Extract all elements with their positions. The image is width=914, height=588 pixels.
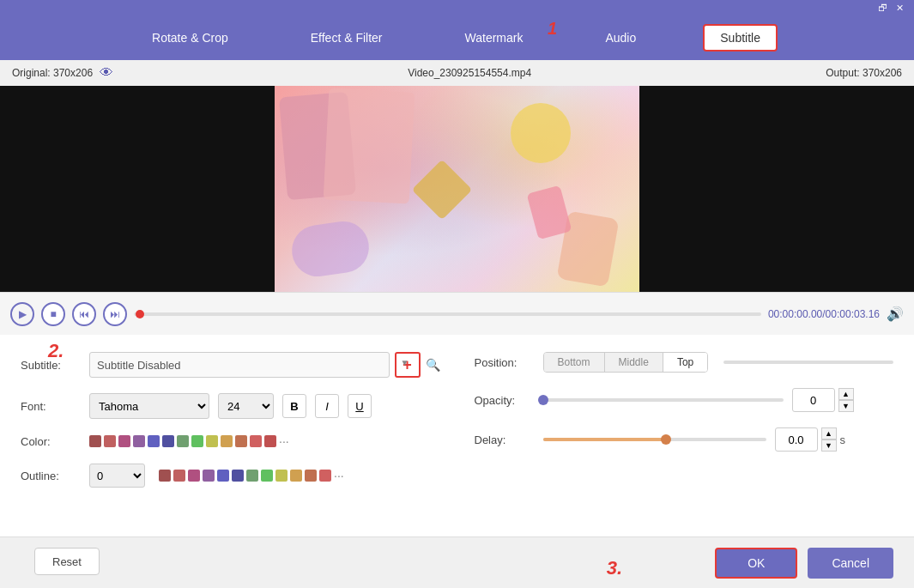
time-display: 00:00:00.00/00:00:03.16 [768,308,880,320]
font-select[interactable]: Tahoma [89,393,209,419]
color-swatch-3[interactable] [118,435,130,447]
color-swatch-9[interactable] [206,435,218,447]
position-group: Bottom Middle Top [543,352,709,373]
step2-badge: 2. [48,340,64,362]
outline-swatch-9[interactable] [275,470,288,482]
color-swatch-8[interactable] [191,435,203,447]
progress-track[interactable] [134,312,761,316]
bold-button[interactable]: B [282,394,306,418]
outline-select[interactable]: 0 [89,464,145,488]
outline-swatch-11[interactable] [305,470,317,482]
outline-swatch-3[interactable] [188,470,200,482]
underline-button[interactable]: U [348,394,372,418]
outline-swatch-12[interactable] [319,470,331,482]
video-info-bar: Original: 370x206 👁 Video_230925154554.m… [0,60,914,86]
tab-audio[interactable]: Audio [590,26,651,50]
delay-label: Delay: [475,433,535,446]
reset-button[interactable]: Reset [34,548,100,575]
opacity-thumb [538,395,548,405]
color-label: Color: [21,435,81,448]
delay-input[interactable] [775,427,818,452]
outline-row: Outline: 0 ··· [21,464,440,488]
color-swatch-6[interactable] [162,435,174,447]
outline-swatch-2[interactable] [173,470,185,482]
outline-swatch-4[interactable] [203,470,215,482]
color-swatch-2[interactable] [104,435,116,447]
outline-label: Outline: [21,470,81,482]
size-select[interactable]: 24 [218,393,274,419]
video-filename: Video_230925154554.mp4 [408,67,531,79]
delay-row: Delay: ▲ ▼ s [475,427,894,452]
position-top[interactable]: Top [663,353,707,372]
delay-down[interactable]: ▼ [821,439,837,452]
playback-bar: ▶ ■ ⏮ ⏭ 00:00:00.00/00:00:03.16 🔊 [0,292,914,335]
video-preview [0,86,914,292]
opacity-row: Opacity: ▲ ▼ [475,388,894,412]
cancel-button[interactable]: Cancel [808,548,893,579]
delay-unit: s [840,433,846,446]
nav-tabs: Rotate & Crop Effect & Filter Watermark … [0,15,914,60]
stop-button[interactable]: ■ [41,302,65,326]
delay-thumb [661,434,671,445]
opacity-up[interactable]: ▲ [838,388,854,400]
outline-swatch-10[interactable] [290,470,302,482]
close-button[interactable]: ✕ [892,0,907,15]
color-swatch-12[interactable] [250,435,262,447]
delay-input-wrap: ▲ ▼ s [775,427,846,452]
restore-button[interactable]: 🗗 [875,0,890,15]
outline-swatch-6[interactable] [232,470,244,482]
italic-button[interactable]: I [315,394,339,418]
delay-slider[interactable] [543,438,766,441]
controls-panel: Subtitle: 2. ▼ + 🔍 Font: Tahoma 24 B I U [0,335,914,536]
outline-swatch-7[interactable] [246,470,258,482]
opacity-input[interactable] [792,388,835,412]
color-swatch-5[interactable] [148,435,160,447]
color-swatch-1[interactable] [89,435,101,447]
play-button[interactable]: ▶ [10,302,34,326]
tab-effect-filter[interactable]: Effect & Filter [295,26,398,50]
prev-button[interactable]: ⏮ [72,302,96,326]
tab-rotate-crop[interactable]: Rotate & Crop [136,26,244,50]
search-subtitle-button[interactable]: 🔍 [426,358,440,372]
progress-indicator [136,310,144,318]
delay-fill [543,438,666,441]
delay-spinner: ▲ ▼ [821,427,837,452]
outline-swatch-5[interactable] [217,470,229,482]
opacity-slider[interactable] [543,398,784,402]
tab-subtitle[interactable]: Subtitle [703,24,778,52]
position-middle[interactable]: Middle [605,353,663,372]
font-row: Font: Tahoma 24 B I U [21,393,440,419]
outline-swatch-8[interactable] [261,470,273,482]
original-size-label: Original: 370x206 [12,67,93,79]
outline-more-button[interactable]: ··· [334,469,344,482]
left-panel: Subtitle: 2. ▼ + 🔍 Font: Tahoma 24 B I U [21,352,440,528]
ok-button[interactable]: OK [715,548,797,579]
color-swatch-11[interactable] [235,435,247,447]
video-content [275,86,639,292]
subtitle-row: Subtitle: 2. ▼ + 🔍 [21,352,440,378]
color-more-button[interactable]: ··· [279,434,289,448]
color-swatch-13[interactable] [264,435,276,447]
color-swatch-10[interactable] [221,435,233,447]
eye-icon[interactable]: 👁 [100,65,113,81]
position-slider-track[interactable] [723,361,893,364]
tab-watermark[interactable]: Watermark [450,26,539,50]
volume-icon[interactable]: 🔊 [887,306,904,322]
font-label: Font: [21,400,81,413]
color-swatches: ··· [89,434,289,448]
outline-swatch-1[interactable] [159,470,171,482]
next-button[interactable]: ⏭ [103,302,127,326]
title-bar: 🗗 ✕ [0,0,914,15]
delay-up[interactable]: ▲ [821,427,837,439]
opacity-down[interactable]: ▼ [838,400,854,412]
position-bottom[interactable]: Bottom [544,353,605,372]
subtitle-select[interactable] [89,352,390,378]
output-size-label: Output: 370x206 [826,67,902,79]
color-swatch-4[interactable] [133,435,145,447]
color-swatch-7[interactable] [177,435,189,447]
right-panel: Position: Bottom Middle Top Opacity: ▲ ▼ [457,352,894,528]
add-subtitle-button[interactable]: + [395,352,421,378]
opacity-input-wrap: ▲ ▼ [792,388,854,412]
color-row: Color: ··· [21,434,440,448]
video-black-right [639,86,914,292]
